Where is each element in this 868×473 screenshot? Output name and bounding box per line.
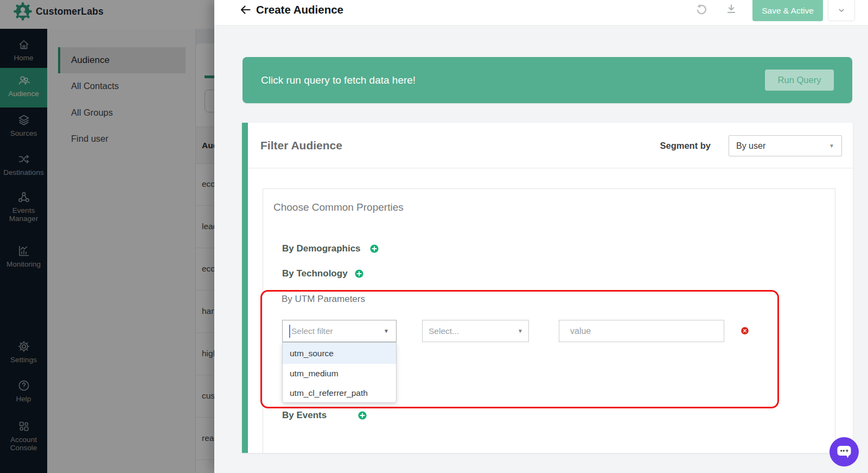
panel-topbar: Create Audience Save & Active (214, 0, 868, 26)
chat-bubble-icon (835, 443, 853, 461)
refresh-icon (695, 3, 707, 15)
save-active-button[interactable]: Save & Active (752, 0, 823, 21)
add-demographics-button[interactable] (370, 244, 379, 253)
by-events-label: By Events (282, 409, 327, 421)
select-arrow-icon: ▼ (384, 328, 389, 334)
select-arrow-icon: ▼ (518, 328, 523, 334)
value-input-placeholder: value (570, 320, 591, 342)
utm-value-input[interactable]: value (559, 320, 724, 342)
remove-filter-button[interactable] (741, 327, 749, 335)
chevron-down-icon (836, 5, 847, 16)
filter-options-dropdown: utm_source utm_medium utm_cl_referrer_pa… (282, 342, 397, 403)
download-icon (725, 3, 737, 15)
filter-audience-card: Filter Audience Segment by By user ▼ Cho… (242, 123, 853, 453)
segment-by-label: Segment by (660, 141, 711, 151)
create-audience-panel: Create Audience Save & Active (214, 0, 868, 473)
add-technology-button[interactable] (355, 269, 363, 278)
segment-by-select[interactable]: By user ▼ (729, 135, 842, 156)
by-technology-label: By Technology (282, 268, 348, 280)
back-arrow-icon (239, 3, 252, 16)
by-demographics-label: By Demographics (282, 243, 361, 255)
select-arrow-icon: ▼ (829, 143, 834, 149)
utm-filter-select[interactable]: Select filter ▼ (282, 320, 397, 342)
operator-select-placeholder: Select... (429, 320, 459, 342)
filter-select-placeholder: Select filter (291, 320, 333, 342)
filter-card-header: Filter Audience Segment by By user ▼ (248, 123, 853, 168)
save-options-dropdown-button[interactable] (828, 0, 855, 21)
utm-operator-select[interactable]: Select... ▼ (422, 320, 529, 342)
refresh-button[interactable] (695, 3, 707, 15)
segment-by-value: By user (736, 136, 765, 156)
text-cursor (289, 325, 290, 338)
section-title: Choose Common Properties (273, 201, 404, 213)
chat-widget-button[interactable] (829, 437, 859, 466)
banner-message: Click run query to fetch data here! (261, 74, 416, 86)
download-button[interactable] (725, 3, 737, 15)
option-utm-source[interactable]: utm_source (283, 343, 396, 364)
by-utm-parameters-label: By UTM Parameters (282, 293, 365, 305)
filter-card-title: Filter Audience (260, 139, 342, 152)
option-utm-medium[interactable]: utm_medium (283, 364, 396, 383)
modal-backdrop (0, 0, 214, 473)
back-button[interactable] (239, 3, 252, 16)
run-query-banner: Click run query to fetch data here! Run … (242, 57, 852, 103)
common-properties-box: Choose Common Properties By Demographics… (263, 188, 835, 453)
page-title: Create Audience (256, 3, 343, 16)
add-events-button[interactable] (358, 411, 367, 420)
run-query-button[interactable]: Run Query (765, 70, 834, 91)
option-utm-cl-referrer-path[interactable]: utm_cl_referrer_path (283, 383, 396, 403)
screen: CustomerLabs Home Audience Sources (0, 0, 868, 473)
